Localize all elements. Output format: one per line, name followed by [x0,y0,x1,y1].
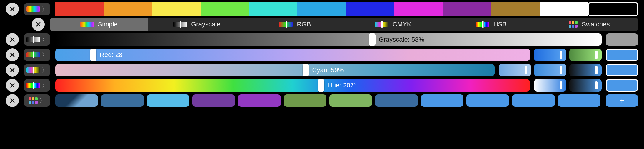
grayscale-icon [26,37,40,42]
row-rgb: 〉 Red: 28 [6,48,638,62]
mode-chip-swatches[interactable]: 〉 [24,94,50,107]
user-swatch[interactable] [284,94,326,107]
tab-label: Grayscale [191,21,220,28]
grayscale-preview [606,33,638,46]
simple-swatch[interactable] [491,2,540,16]
user-swatch[interactable] [421,94,463,107]
row-swatches: 〉 + [6,94,638,107]
simple-swatch[interactable] [394,2,443,16]
user-swatch[interactable] [512,94,555,107]
close-icon[interactable] [6,3,19,16]
simple-swatch[interactable] [540,2,588,16]
user-swatch[interactable] [558,94,600,107]
mode-chip-simple[interactable]: 〉 [24,3,50,15]
user-swatch[interactable] [466,94,509,107]
chevron-right-icon: 〉 [42,82,48,88]
rgb-mini-slider[interactable] [534,49,566,61]
grayscale-slider[interactable]: Grayscale: 58% [55,33,602,46]
cmyk-mini-slider[interactable] [534,64,566,76]
rgb-red-slider[interactable]: Red: 28 [55,49,530,61]
close-icon[interactable] [32,18,45,31]
cmyk-preview [606,64,638,76]
close-icon[interactable] [6,94,19,107]
user-swatch[interactable] [147,94,189,107]
chevron-right-icon: 〉 [42,6,48,12]
user-swatch[interactable] [375,94,418,107]
close-icon[interactable] [6,33,19,46]
row-simple: 〉 [6,2,638,16]
tab-cmyk[interactable]: CMYK [344,18,443,31]
simple-swatch[interactable] [249,2,298,16]
row-cmyk: 〉 Cyan: 59% [6,63,638,77]
row-grayscale: 〉 Grayscale: 58% [6,33,638,46]
hsb-icon [26,83,40,88]
tab-label: HSB [493,21,507,28]
hsb-mini-slider[interactable] [569,79,602,92]
simple-swatch[interactable] [201,2,249,16]
simple-swatch[interactable] [588,2,638,16]
chevron-right-icon: 〉 [39,98,45,104]
close-icon[interactable] [6,48,19,61]
row-tabs: SimpleGrayscaleRGBCMYKHSBSwatches [6,18,638,31]
grayscale-value-label: Grayscale: 58% [379,36,424,43]
tab-label: RGB [297,21,311,28]
tab-grayscale[interactable]: Grayscale [148,18,246,31]
simple-swatch[interactable] [443,2,491,16]
rainbow-icon [26,6,40,12]
mode-chip-rgb[interactable]: 〉 [24,49,50,61]
cmyk-mini-slider[interactable] [499,64,531,76]
tab-simple[interactable]: Simple [50,18,148,31]
user-swatch[interactable] [329,94,372,107]
hsb-value-label: Hue: 207° [328,82,356,89]
cmyk-mini-slider[interactable] [569,64,602,76]
simple-swatch[interactable] [346,2,394,16]
cmyk-value-label: Cyan: 59% [312,66,344,74]
add-swatch-button[interactable]: + [606,94,638,107]
user-swatch[interactable] [238,94,281,107]
rgb-preview [606,49,638,61]
simple-swatch[interactable] [104,2,152,16]
simple-swatch[interactable] [55,2,104,16]
row-hsb: 〉 Hue: 207° [6,79,638,92]
plus-icon: + [620,96,624,105]
cmyk-cyan-slider[interactable]: Cyan: 59% [55,64,495,76]
close-icon[interactable] [6,64,19,77]
simple-swatch[interactable] [297,2,346,16]
hsb-preview [606,79,638,92]
user-swatch[interactable] [192,94,235,107]
mode-chip-hsb[interactable]: 〉 [24,79,50,92]
user-swatches [55,94,600,107]
chevron-right-icon: 〉 [42,52,48,58]
tab-label: Swatches [582,21,610,28]
user-swatch[interactable] [55,94,98,107]
simple-color-palette[interactable] [55,2,638,16]
hsb-mini-slider[interactable] [534,79,566,92]
tab-swatches[interactable]: Swatches [540,18,638,31]
color-mode-tabs: SimpleGrayscaleRGBCMYKHSBSwatches [50,18,638,31]
rgb-value-label: Red: 28 [100,51,122,59]
tab-rgb[interactable]: RGB [246,18,344,31]
cmyk-icon [26,67,40,73]
rgb-mini-slider[interactable] [569,49,602,61]
tab-hsb[interactable]: HSB [442,18,540,31]
mode-chip-cmyk[interactable]: 〉 [24,64,50,76]
simple-swatch[interactable] [152,2,201,16]
mode-chip-grayscale[interactable]: 〉 [24,33,50,46]
rgb-icon [26,52,40,57]
tab-label: Simple [98,21,118,28]
swatches-icon [29,97,38,104]
close-icon[interactable] [6,79,19,92]
hsb-hue-slider[interactable]: Hue: 207° [55,79,530,92]
chevron-right-icon: 〉 [42,37,48,43]
tab-label: CMYK [393,21,411,28]
chevron-right-icon: 〉 [42,67,48,73]
user-swatch[interactable] [101,94,144,107]
